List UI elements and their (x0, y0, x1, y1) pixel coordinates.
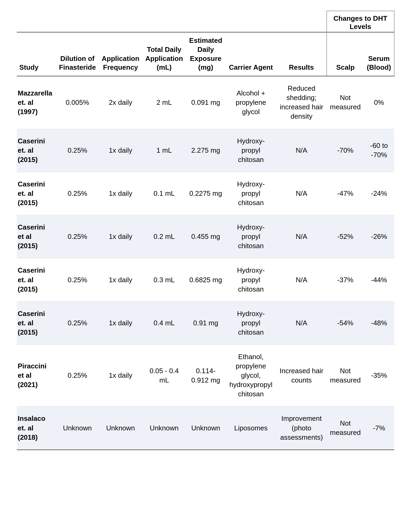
col-total-app: Total Daily Application (mL) (142, 32, 186, 76)
cell-results: Increased hair counts (276, 344, 327, 406)
cell-dilution: 0.25% (56, 129, 99, 172)
cell-dilution: 0.005% (56, 76, 99, 129)
col-carrier: Carrier Agent (225, 32, 276, 76)
cell-scalp: -54% (327, 301, 364, 344)
cell-dilution: 0.25% (56, 258, 99, 301)
cell-scalp: Not measured (327, 76, 364, 129)
table-row: Caserini et. al (2015)0.25%1x daily0.3 m… (17, 258, 394, 301)
cell-dilution: 0.25% (56, 215, 99, 258)
cell-est-exposure: 0.6825 mg (186, 258, 225, 301)
cell-dilution: 0.25% (56, 344, 99, 406)
cell-frequency: 1x daily (99, 215, 142, 258)
cell-results: N/A (276, 172, 327, 215)
cell-frequency: 1x daily (99, 258, 142, 301)
cell-scalp: Not measured (327, 406, 364, 450)
cell-study: Caserini et al (2015) (17, 215, 56, 258)
cell-dilution: Unknown (56, 406, 99, 450)
cell-dilution: 0.25% (56, 172, 99, 215)
cell-total-app: 2 mL (142, 76, 186, 129)
table-row: Mazzarella et. al (1997)0.005%2x daily2 … (17, 76, 394, 129)
col-results: Results (276, 32, 327, 76)
cell-serum: -24% (364, 172, 394, 215)
col-serum: Serum (Blood) (364, 32, 394, 76)
dht-superheader-row: Changes to DHT Levels (17, 11, 394, 32)
cell-scalp: -47% (327, 172, 364, 215)
table-body: Mazzarella et. al (1997)0.005%2x daily2 … (17, 76, 394, 450)
cell-study: Insalaco et. al (2018) (17, 406, 56, 450)
cell-serum: 0% (364, 76, 394, 129)
cell-est-exposure: 0.455 mg (186, 215, 225, 258)
table-row: Caserini et. al (2015)0.25%1x daily0.1 m… (17, 172, 394, 215)
cell-carrier: Hydroxy-propyl chitosan (225, 258, 276, 301)
cell-results: N/A (276, 129, 327, 172)
cell-study: Mazzarella et. al (1997) (17, 76, 56, 129)
cell-frequency: 1x daily (99, 129, 142, 172)
cell-est-exposure: 2.275 mg (186, 129, 225, 172)
cell-serum: -60 to -70% (364, 129, 394, 172)
study-table: Changes to DHT Levels Study Dilution of … (17, 11, 395, 450)
cell-est-exposure: 0.2275 mg (186, 172, 225, 215)
cell-results: Improvement (photo assessments) (276, 406, 327, 450)
cell-est-exposure: 0.114-0.912 mg (186, 344, 225, 406)
cell-total-app: 0.3 mL (142, 258, 186, 301)
cell-carrier: Hydroxy-propyl chitosan (225, 172, 276, 215)
table-row: Caserini et al (2015)0.25%1x daily0.2 mL… (17, 215, 394, 258)
col-frequency: Application Frequency (99, 32, 142, 76)
cell-carrier: Hydroxy-propyl chitosan (225, 129, 276, 172)
cell-results: Reduced shedding; increased hair density (276, 76, 327, 129)
cell-serum: -7% (364, 406, 394, 450)
cell-carrier: Liposomes (225, 406, 276, 450)
cell-est-exposure: 0.091 mg (186, 76, 225, 129)
cell-serum: -35% (364, 344, 394, 406)
col-est-exposure: Estimated Daily Exposure (mg) (186, 32, 225, 76)
cell-scalp: -37% (327, 258, 364, 301)
cell-total-app: 0.2 mL (142, 215, 186, 258)
cell-frequency: 2x daily (99, 76, 142, 129)
cell-serum: -44% (364, 258, 394, 301)
cell-carrier: Ethanol, propylene glycol, hydroxypropyl… (225, 344, 276, 406)
cell-total-app: 0.4 mL (142, 301, 186, 344)
cell-study: Caserini et. al (2015) (17, 172, 56, 215)
cell-total-app: 0.05 - 0.4 mL (142, 344, 186, 406)
table-row: Caserini et. al (2015)0.25%1x daily0.4 m… (17, 301, 394, 344)
cell-carrier: Hydroxy-propyl chitosan (225, 215, 276, 258)
cell-study: Caserini et. al (2015) (17, 129, 56, 172)
dht-label: Changes to DHT Levels (327, 11, 394, 32)
cell-frequency: 1x daily (99, 301, 142, 344)
cell-est-exposure: 0.91 mg (186, 301, 225, 344)
dht-empty-cell (17, 11, 327, 32)
cell-total-app: Unknown (142, 406, 186, 450)
cell-frequency: 1x daily (99, 344, 142, 406)
cell-frequency: Unknown (99, 406, 142, 450)
col-dilution: Dilution of Finasteride (56, 32, 99, 76)
table-row: Insalaco et. al (2018)UnknownUnknownUnkn… (17, 406, 394, 450)
cell-carrier: Alcohol + propylene glycol (225, 76, 276, 129)
col-scalp: Scalp (327, 32, 364, 76)
cell-study: Caserini et. al (2015) (17, 258, 56, 301)
column-header-row: Study Dilution of Finasteride Applicatio… (17, 32, 394, 76)
cell-results: N/A (276, 215, 327, 258)
table-row: Piraccini et al (2021)0.25%1x daily0.05 … (17, 344, 394, 406)
cell-est-exposure: Unknown (186, 406, 225, 450)
cell-scalp: -52% (327, 215, 364, 258)
cell-scalp: -70% (327, 129, 364, 172)
cell-serum: -26% (364, 215, 394, 258)
col-study: Study (17, 32, 56, 76)
cell-serum: -48% (364, 301, 394, 344)
table-row: Caserini et. al (2015)0.25%1x daily1 mL2… (17, 129, 394, 172)
cell-results: N/A (276, 301, 327, 344)
cell-study: Piraccini et al (2021) (17, 344, 56, 406)
cell-results: N/A (276, 258, 327, 301)
cell-carrier: Hydroxy-propyl chitosan (225, 301, 276, 344)
cell-scalp: Not measured (327, 344, 364, 406)
cell-frequency: 1x daily (99, 172, 142, 215)
cell-total-app: 1 mL (142, 129, 186, 172)
cell-study: Caserini et. al (2015) (17, 301, 56, 344)
cell-dilution: 0.25% (56, 301, 99, 344)
table-container: Changes to DHT Levels Study Dilution of … (17, 11, 395, 521)
cell-total-app: 0.1 mL (142, 172, 186, 215)
